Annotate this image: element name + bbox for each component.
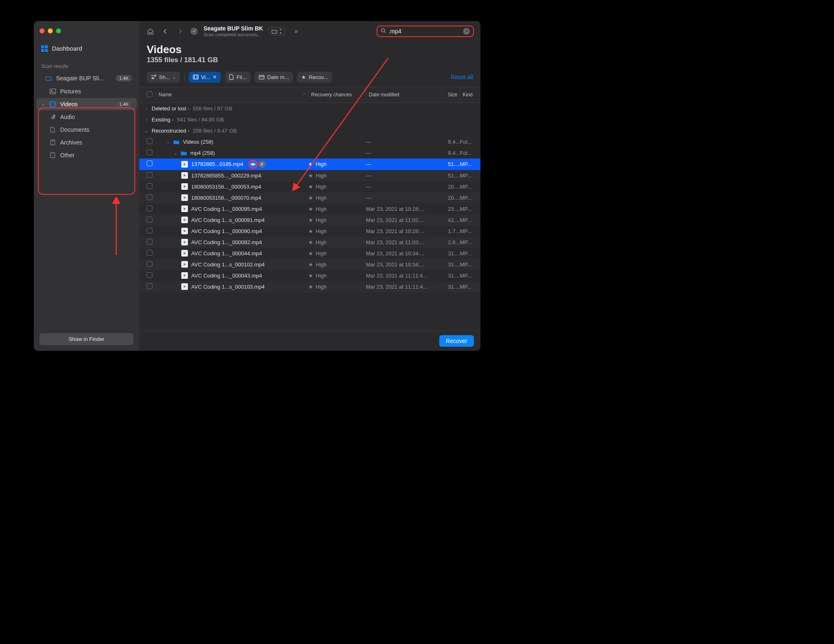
folder-name: mp4 (258) — [190, 150, 215, 156]
sidebar-item-archives[interactable]: Archives — [36, 136, 137, 149]
filter-chip-file[interactable]: Fil... — [225, 72, 251, 83]
sidebar-drive[interactable]: Seagate BUP Sli... 1.4K — [36, 72, 137, 84]
row-checkbox[interactable] — [147, 272, 152, 278]
cell-kind: Fol... — [460, 139, 476, 145]
archives-icon — [49, 139, 56, 146]
filter-chip-date[interactable]: Date m... — [255, 72, 293, 83]
svg-rect-4 — [50, 102, 56, 107]
star-icon: ★ — [308, 173, 313, 179]
file-row[interactable]: AVC Coding 1..._000044.mp4★HighMar 23, 2… — [139, 248, 480, 259]
chevron-down-icon: ⌄ — [166, 140, 170, 144]
star-icon: ★ — [308, 195, 313, 201]
row-checkbox[interactable] — [147, 172, 152, 178]
file-row[interactable]: 13782865855..._000229.mp4★High—51....MP.… — [139, 170, 480, 181]
home-icon[interactable] — [146, 28, 155, 35]
dashboard-link[interactable]: Dashboard — [34, 41, 139, 56]
group-meta: 258 files / 9.47 GB — [193, 128, 237, 134]
svg-point-1 — [50, 78, 51, 79]
cell-date: — — [366, 139, 442, 145]
maximize-button[interactable] — [56, 28, 61, 33]
sidebar-item-label: Videos — [60, 101, 78, 107]
col-recovery[interactable]: Recovery chances — [308, 90, 366, 99]
reset-filters-link[interactable]: Reset all — [451, 74, 473, 80]
cell-kind: MP... — [460, 261, 476, 268]
video-file-icon — [181, 228, 188, 234]
sidebar-item-audio[interactable]: Audio — [36, 111, 137, 123]
group-deleted[interactable]: ›Deleted or lost - 556 files / 87 GB — [139, 103, 480, 114]
file-name: AVC Coding 1..._000044.mp4 — [191, 250, 262, 257]
page-heading: Videos 1355 files / 181.41 GB — [139, 40, 480, 66]
file-row[interactable]: 18080053158..._000053.mp4★High—20....MP.… — [139, 181, 480, 192]
group-existing[interactable]: ›Existing - 541 files / 84.95 GB — [139, 114, 480, 125]
row-checkbox[interactable] — [147, 217, 152, 222]
search-input[interactable] — [389, 28, 461, 35]
chip-close-icon[interactable]: ✕ — [213, 74, 217, 80]
file-row[interactable]: AVC Coding 1..._000082.mp4★HighMar 23, 2… — [139, 237, 480, 248]
col-date[interactable]: Date modified — [366, 90, 442, 99]
cell-date: Mar 23, 2021 at 11:03:... — [366, 239, 442, 245]
page-title: Videos — [147, 43, 473, 56]
hex-icon[interactable]: # — [258, 161, 266, 168]
row-checkbox[interactable] — [147, 228, 152, 233]
close-button[interactable] — [40, 28, 45, 33]
sidebar-item-pictures[interactable]: Pictures — [36, 85, 137, 98]
file-name: AVC Coding 1..._000082.mp4 — [191, 239, 262, 245]
row-checkbox[interactable] — [147, 205, 152, 211]
col-kind[interactable]: Kind — [460, 90, 476, 99]
row-checkbox[interactable] — [147, 239, 152, 245]
row-checkbox[interactable] — [147, 183, 152, 189]
file-row[interactable]: AVC Coding 1...s_000091.mp4★HighMar 23, … — [139, 215, 480, 226]
row-checkbox[interactable] — [147, 149, 152, 155]
row-checkbox[interactable] — [147, 138, 152, 144]
videos-icon — [49, 101, 56, 107]
show-in-finder-button[interactable]: Show in Finder — [40, 333, 134, 345]
folder-picker[interactable] — [269, 27, 285, 35]
cell-recovery: High — [316, 261, 327, 268]
sidebar-item-documents[interactable]: Documents — [36, 124, 137, 136]
video-file-icon — [181, 217, 188, 223]
col-checkbox[interactable] — [143, 90, 156, 100]
toolbar-overflow-icon[interactable]: » — [294, 28, 298, 35]
file-row[interactable]: AVC Coding 1...s_000103.mp4★HighMar 23, … — [139, 281, 480, 292]
recover-button[interactable]: Recover — [439, 335, 474, 347]
file-row[interactable]: AVC Coding 1..._000090.mp4★HighMar 23, 2… — [139, 226, 480, 237]
star-icon: ★ — [308, 228, 313, 234]
filter-chip-video[interactable]: Vi... ✕ — [189, 72, 221, 83]
file-row[interactable]: AVC Coding 1..._000095.mp4★HighMar 23, 2… — [139, 203, 480, 215]
file-row[interactable]: AVC Coding 1...s_000102.mp4★HighMar 23, … — [139, 259, 480, 270]
chevron-down-icon: ⌄ — [144, 128, 148, 133]
file-row[interactable]: 13782865...0185.mp4#★High—51....MP... — [139, 159, 480, 170]
minimize-button[interactable] — [48, 28, 53, 33]
folder-icon — [173, 138, 180, 145]
row-checkbox[interactable] — [147, 283, 152, 289]
sidebar-item-label: Documents — [60, 126, 89, 133]
file-list[interactable]: ›Deleted or lost - 556 files / 87 GB›Exi… — [139, 103, 480, 331]
file-row[interactable]: 18080053158..._000070.mp4★High—20....MP.… — [139, 192, 480, 203]
row-checkbox[interactable] — [147, 250, 152, 256]
window-controls — [34, 25, 139, 41]
filter-chip-recovery[interactable]: ★ Recov... — [297, 72, 332, 83]
cell-date: Mar 23, 2021 at 10:28:... — [366, 206, 442, 212]
search-clear-button[interactable]: ✕ — [463, 28, 470, 35]
file-row[interactable]: AVC Coding 1..._000043.mp4★HighMar 23, 2… — [139, 270, 480, 281]
folder-row[interactable]: ⌄mp4 (258)—9.4...Fol... — [139, 147, 480, 159]
preview-icon[interactable] — [249, 161, 257, 168]
forward-button[interactable] — [176, 28, 185, 34]
cell-size: 51.... — [442, 173, 460, 179]
star-icon: ★ — [308, 261, 313, 268]
group-label: Deleted or lost - — [152, 105, 190, 112]
group-reconstructed[interactable]: ⌄Reconstructed - 258 files / 9.47 GB — [139, 125, 480, 136]
filter-show[interactable]: Sh... ⌄ — [147, 72, 180, 83]
search-field[interactable]: ✕ — [377, 26, 474, 37]
row-checkbox[interactable] — [147, 194, 152, 200]
sidebar-item-videos[interactable]: ›Videos1.4K — [36, 98, 137, 110]
sidebar-item-other[interactable]: Other — [36, 149, 137, 161]
back-button[interactable] — [161, 28, 170, 34]
row-checkbox[interactable] — [147, 161, 152, 166]
col-size[interactable]: Size — [442, 90, 460, 99]
folder-row[interactable]: ⌄Videos (258)—9.4...Fol... — [139, 136, 480, 147]
footer: Recover — [139, 331, 480, 351]
video-file-icon — [181, 261, 188, 268]
row-checkbox[interactable] — [147, 261, 152, 267]
col-name[interactable]: Name ⌃ — [156, 90, 308, 99]
